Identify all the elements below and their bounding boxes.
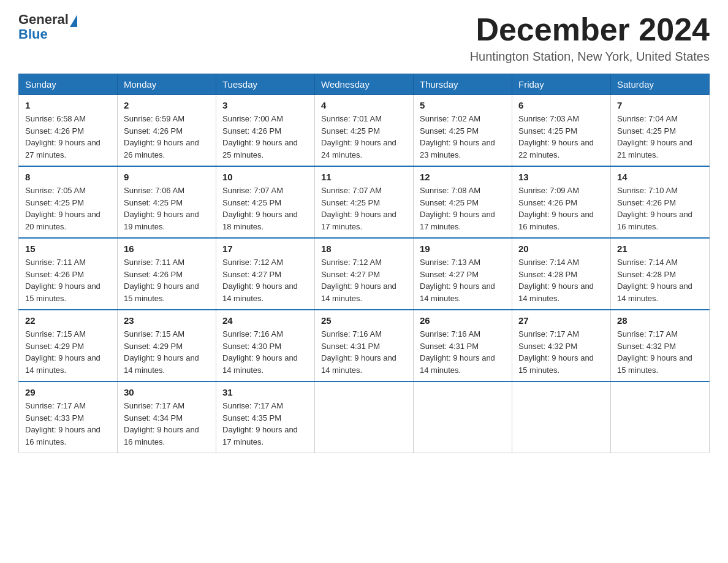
calendar-cell: 26 Sunrise: 7:16 AMSunset: 4:31 PMDaylig… <box>414 310 512 381</box>
col-header-wednesday: Wednesday <box>315 74 414 95</box>
calendar-cell: 10 Sunrise: 7:07 AMSunset: 4:25 PMDaylig… <box>216 166 315 238</box>
calendar-cell <box>315 381 414 453</box>
day-number: 23 <box>124 315 210 326</box>
day-info: Sunrise: 7:00 AMSunset: 4:26 PMDaylight:… <box>222 113 308 161</box>
month-year-title: December 2024 <box>470 12 710 47</box>
day-number: 26 <box>420 315 506 326</box>
day-info: Sunrise: 7:14 AMSunset: 4:28 PMDaylight:… <box>518 256 604 304</box>
calendar-cell: 31 Sunrise: 7:17 AMSunset: 4:35 PMDaylig… <box>216 381 315 453</box>
day-number: 1 <box>25 100 111 110</box>
day-number: 9 <box>124 172 210 182</box>
location-subtitle: Huntington Station, New York, United Sta… <box>470 50 710 64</box>
day-info: Sunrise: 7:17 AMSunset: 4:35 PMDaylight:… <box>222 400 308 448</box>
calendar-cell <box>611 381 710 453</box>
calendar-cell: 4 Sunrise: 7:01 AMSunset: 4:25 PMDayligh… <box>315 95 414 167</box>
calendar-cell: 13 Sunrise: 7:09 AMSunset: 4:26 PMDaylig… <box>512 166 611 238</box>
day-number: 8 <box>25 172 111 182</box>
day-info: Sunrise: 7:15 AMSunset: 4:29 PMDaylight:… <box>25 328 111 376</box>
day-info: Sunrise: 7:10 AMSunset: 4:26 PMDaylight:… <box>617 185 703 232</box>
day-number: 2 <box>124 100 210 110</box>
calendar-cell: 5 Sunrise: 7:02 AMSunset: 4:25 PMDayligh… <box>414 95 512 167</box>
day-info: Sunrise: 7:17 AMSunset: 4:32 PMDaylight:… <box>617 328 703 376</box>
day-number: 7 <box>617 100 703 110</box>
day-info: Sunrise: 7:09 AMSunset: 4:26 PMDaylight:… <box>518 185 604 232</box>
day-number: 13 <box>518 172 604 182</box>
logo-general-text: General <box>18 12 69 27</box>
calendar-cell: 25 Sunrise: 7:16 AMSunset: 4:31 PMDaylig… <box>315 310 414 381</box>
day-number: 24 <box>222 315 308 326</box>
calendar-cell: 23 Sunrise: 7:15 AMSunset: 4:29 PMDaylig… <box>118 310 216 381</box>
day-number: 18 <box>321 243 407 254</box>
day-info: Sunrise: 7:17 AMSunset: 4:34 PMDaylight:… <box>124 400 210 448</box>
calendar-cell: 28 Sunrise: 7:17 AMSunset: 4:32 PMDaylig… <box>611 310 710 381</box>
day-info: Sunrise: 7:12 AMSunset: 4:27 PMDaylight:… <box>321 256 407 304</box>
col-header-saturday: Saturday <box>611 74 710 95</box>
day-number: 12 <box>420 172 506 182</box>
col-header-monday: Monday <box>118 74 216 95</box>
day-number: 20 <box>518 243 604 254</box>
day-info: Sunrise: 6:59 AMSunset: 4:26 PMDaylight:… <box>124 113 210 161</box>
day-number: 19 <box>420 243 506 254</box>
calendar-cell: 11 Sunrise: 7:07 AMSunset: 4:25 PMDaylig… <box>315 166 414 238</box>
day-info: Sunrise: 7:11 AMSunset: 4:26 PMDaylight:… <box>124 256 210 304</box>
calendar-cell: 20 Sunrise: 7:14 AMSunset: 4:28 PMDaylig… <box>512 238 611 310</box>
page-header: General Blue December 2024 Huntington St… <box>18 12 710 64</box>
day-info: Sunrise: 7:12 AMSunset: 4:27 PMDaylight:… <box>222 256 308 304</box>
calendar-cell: 14 Sunrise: 7:10 AMSunset: 4:26 PMDaylig… <box>611 166 710 238</box>
day-number: 29 <box>25 387 111 397</box>
day-number: 30 <box>124 387 210 397</box>
day-number: 15 <box>25 243 111 254</box>
day-info: Sunrise: 7:05 AMSunset: 4:25 PMDaylight:… <box>25 185 111 232</box>
calendar-cell <box>414 381 512 453</box>
calendar-cell: 1 Sunrise: 6:58 AMSunset: 4:26 PMDayligh… <box>19 95 118 167</box>
calendar-cell: 2 Sunrise: 6:59 AMSunset: 4:26 PMDayligh… <box>118 95 216 167</box>
col-header-sunday: Sunday <box>19 74 118 95</box>
day-number: 21 <box>617 243 703 254</box>
col-header-tuesday: Tuesday <box>216 74 315 95</box>
day-number: 4 <box>321 100 407 110</box>
day-info: Sunrise: 7:06 AMSunset: 4:25 PMDaylight:… <box>124 185 210 232</box>
logo-blue-text: Blue <box>18 26 48 42</box>
day-number: 25 <box>321 315 407 326</box>
day-number: 14 <box>617 172 703 182</box>
day-info: Sunrise: 7:03 AMSunset: 4:25 PMDaylight:… <box>518 113 604 161</box>
day-info: Sunrise: 7:16 AMSunset: 4:31 PMDaylight:… <box>420 328 506 376</box>
calendar-cell: 19 Sunrise: 7:13 AMSunset: 4:27 PMDaylig… <box>414 238 512 310</box>
day-info: Sunrise: 7:07 AMSunset: 4:25 PMDaylight:… <box>321 185 407 232</box>
day-info: Sunrise: 7:04 AMSunset: 4:25 PMDaylight:… <box>617 113 703 161</box>
day-info: Sunrise: 7:16 AMSunset: 4:30 PMDaylight:… <box>222 328 308 376</box>
day-number: 10 <box>222 172 308 182</box>
calendar-cell: 6 Sunrise: 7:03 AMSunset: 4:25 PMDayligh… <box>512 95 611 167</box>
day-info: Sunrise: 7:13 AMSunset: 4:27 PMDaylight:… <box>420 256 506 304</box>
calendar-cell: 3 Sunrise: 7:00 AMSunset: 4:26 PMDayligh… <box>216 95 315 167</box>
calendar-cell: 22 Sunrise: 7:15 AMSunset: 4:29 PMDaylig… <box>19 310 118 381</box>
calendar-cell: 12 Sunrise: 7:08 AMSunset: 4:25 PMDaylig… <box>414 166 512 238</box>
day-number: 31 <box>222 387 308 397</box>
day-number: 27 <box>518 315 604 326</box>
day-number: 5 <box>420 100 506 110</box>
day-info: Sunrise: 7:16 AMSunset: 4:31 PMDaylight:… <box>321 328 407 376</box>
calendar-cell: 7 Sunrise: 7:04 AMSunset: 4:25 PMDayligh… <box>611 95 710 167</box>
calendar-cell: 8 Sunrise: 7:05 AMSunset: 4:25 PMDayligh… <box>19 166 118 238</box>
day-info: Sunrise: 7:08 AMSunset: 4:25 PMDaylight:… <box>420 185 506 232</box>
calendar-cell <box>512 381 611 453</box>
day-info: Sunrise: 7:07 AMSunset: 4:25 PMDaylight:… <box>222 185 308 232</box>
day-number: 6 <box>518 100 604 110</box>
calendar-cell: 21 Sunrise: 7:14 AMSunset: 4:28 PMDaylig… <box>611 238 710 310</box>
col-header-thursday: Thursday <box>414 74 512 95</box>
day-info: Sunrise: 7:02 AMSunset: 4:25 PMDaylight:… <box>420 113 506 161</box>
calendar-cell: 9 Sunrise: 7:06 AMSunset: 4:25 PMDayligh… <box>118 166 216 238</box>
calendar-cell: 15 Sunrise: 7:11 AMSunset: 4:26 PMDaylig… <box>19 238 118 310</box>
day-info: Sunrise: 7:17 AMSunset: 4:33 PMDaylight:… <box>25 400 111 448</box>
calendar-cell: 24 Sunrise: 7:16 AMSunset: 4:30 PMDaylig… <box>216 310 315 381</box>
day-info: Sunrise: 6:58 AMSunset: 4:26 PMDaylight:… <box>25 113 111 161</box>
day-info: Sunrise: 7:11 AMSunset: 4:26 PMDaylight:… <box>25 256 111 304</box>
day-info: Sunrise: 7:15 AMSunset: 4:29 PMDaylight:… <box>124 328 210 376</box>
calendar-cell: 16 Sunrise: 7:11 AMSunset: 4:26 PMDaylig… <box>118 238 216 310</box>
calendar-cell: 29 Sunrise: 7:17 AMSunset: 4:33 PMDaylig… <box>19 381 118 453</box>
day-number: 11 <box>321 172 407 182</box>
calendar-cell: 27 Sunrise: 7:17 AMSunset: 4:32 PMDaylig… <box>512 310 611 381</box>
logo[interactable]: General Blue <box>18 12 77 42</box>
day-info: Sunrise: 7:14 AMSunset: 4:28 PMDaylight:… <box>617 256 703 304</box>
calendar-cell: 17 Sunrise: 7:12 AMSunset: 4:27 PMDaylig… <box>216 238 315 310</box>
